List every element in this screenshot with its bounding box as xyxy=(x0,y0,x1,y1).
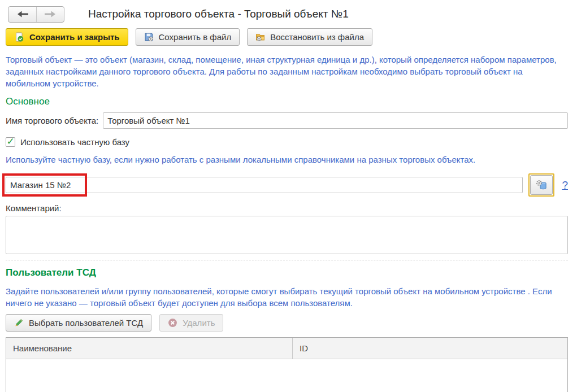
arrow-left-icon xyxy=(16,10,29,18)
delete-button[interactable]: Удалить xyxy=(159,314,223,332)
picker-focus-ring xyxy=(528,173,554,197)
forward-button[interactable] xyxy=(36,7,64,22)
section-separator xyxy=(6,260,568,260)
column-header-name[interactable]: Наименование xyxy=(6,338,293,359)
private-base-input[interactable] xyxy=(6,177,523,193)
help-link[interactable]: ? xyxy=(562,179,568,191)
users-hint: Задайте пользователей и/или группу польз… xyxy=(6,285,568,309)
header: Настройка торгового объекта - Торговый о… xyxy=(6,6,568,23)
private-base-checkbox[interactable]: ✓ Использовать частную базу xyxy=(6,137,568,147)
circle-cross-icon xyxy=(168,318,177,328)
checkmark-icon: ✓ xyxy=(6,137,14,146)
select-users-button[interactable]: Выбрать пользователей ТСД xyxy=(6,314,151,332)
section-title-users: Пользователи ТСД xyxy=(6,267,568,278)
back-button[interactable] xyxy=(8,7,36,22)
arrow-right-icon xyxy=(44,10,57,18)
delete-label: Удалить xyxy=(183,318,215,328)
document-check-icon xyxy=(14,32,24,42)
save-and-close-label: Сохранить и закрыть xyxy=(29,32,120,42)
floppy-gear-icon xyxy=(144,32,154,42)
comment-label: Комментарий: xyxy=(6,203,568,213)
trade-object-name-input[interactable] xyxy=(103,112,568,129)
name-label: Имя торгового объекта: xyxy=(6,116,98,125)
users-table: Наименование ID xyxy=(6,337,568,392)
users-command-bar: Выбрать пользователей ТСД Удалить xyxy=(6,314,568,332)
section-title-main: Основное xyxy=(6,96,568,107)
restore-from-file-button[interactable]: Восстановить из файла xyxy=(247,28,372,46)
select-users-label: Выбрать пользователей ТСД xyxy=(29,318,143,328)
save-to-file-button[interactable]: Сохранить в файл xyxy=(136,28,240,46)
save-to-file-label: Сохранить в файл xyxy=(159,32,232,42)
base-field-row: ? xyxy=(6,173,568,197)
intro-text: Торговый объект — это объект (магазин, с… xyxy=(6,54,568,89)
private-base-checkbox-label: Использовать частную базу xyxy=(20,137,129,147)
checkbox-box[interactable]: ✓ xyxy=(6,137,15,147)
trade-object-settings-window: Настройка торгового объекта - Торговый о… xyxy=(0,0,574,392)
save-and-close-button[interactable]: Сохранить и закрыть xyxy=(6,28,128,46)
comment-textarea[interactable] xyxy=(6,216,568,254)
command-bar: Сохранить и закрыть Сохранить в файл xyxy=(6,28,568,46)
pencil-icon xyxy=(14,318,24,328)
database-gear-icon xyxy=(535,179,548,191)
name-field-row: Имя торгового объекта: xyxy=(6,112,568,129)
private-base-hint: Используйте частную базу, если нужно раб… xyxy=(6,154,568,165)
restore-from-file-label: Восстановить из файла xyxy=(270,32,364,42)
users-table-body[interactable] xyxy=(6,359,567,392)
nav-buttons xyxy=(8,6,64,23)
folder-gear-icon xyxy=(255,32,265,42)
select-base-button[interactable] xyxy=(530,175,553,195)
page-title: Настройка торгового объекта - Торговый о… xyxy=(88,8,349,20)
users-table-header: Наименование ID xyxy=(6,338,567,359)
column-header-id[interactable]: ID xyxy=(293,338,567,359)
